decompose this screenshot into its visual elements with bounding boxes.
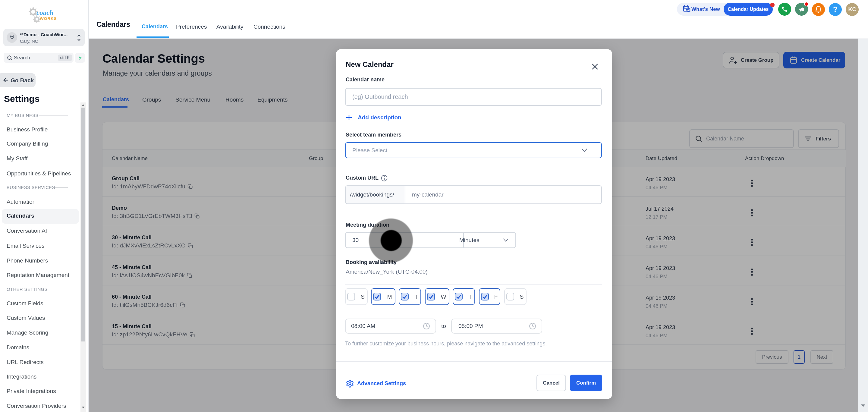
svg-text:WORKS: WORKS [40, 16, 57, 21]
svg-text:coach: coach [36, 9, 53, 17]
